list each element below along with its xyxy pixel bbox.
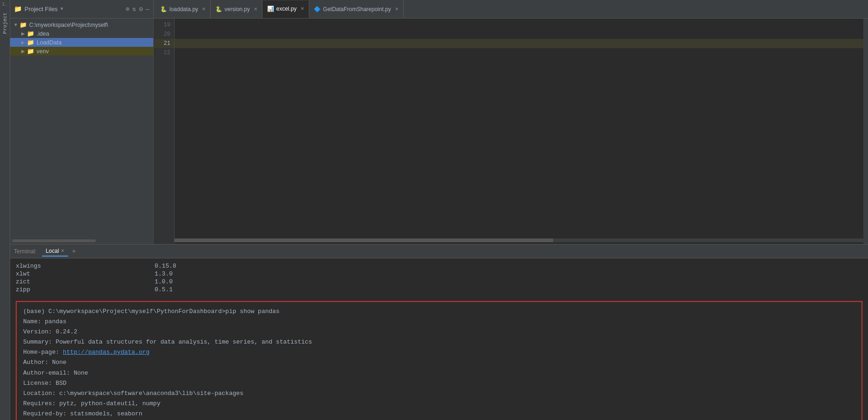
close-terminal-tab[interactable]: ✕ <box>61 248 64 253</box>
package-table: xlwings 0.15.8 xlwt 1.3.0 zict 1.0.0 zip… <box>16 262 862 294</box>
pip-license: License: BSD <box>23 378 855 389</box>
pkg-row-zipp: zipp 0.5.1 <box>16 286 862 294</box>
code-line-20 <box>175 30 868 39</box>
arrow-idea: ▶ <box>19 31 27 36</box>
top-bar: 📁 Project Files ▼ ⊕ ⇅ ⚙ — 🐍 loaddata.py … <box>10 0 868 19</box>
arrow-loaddata: ▶ <box>19 40 27 45</box>
tab-label-3: excel.py <box>276 6 297 12</box>
minimize-icon[interactable]: — <box>146 6 150 13</box>
terminal-label: Terminal: <box>14 248 37 255</box>
project-panel-header: 📁 Project Files ▼ ⊕ ⇅ ⚙ — <box>10 0 154 18</box>
pkg-row-zict: zict 1.0.0 <box>16 278 862 286</box>
loaddata-folder-icon: 📁 <box>27 39 34 46</box>
tabs-bar: 🐍 loaddata.py ✕ 🐍 version.py ✕ 📊 excel.p… <box>154 0 868 18</box>
main-content: 📁 Project Files ▼ ⊕ ⇅ ⚙ — 🐍 loaddata.py … <box>10 0 868 420</box>
bottom-panel: Terminal: Local ✕ + xlwings 0.15.8 xlwt … <box>10 244 868 420</box>
project-tree: ▼ 📁 C:\myworkspace\Project\myself\ ▶ 📁 .… <box>10 19 153 238</box>
pip-location: Location: c:\myworkspace\software\anacon… <box>23 389 855 399</box>
tree-item-venv[interactable]: ▶ 📁 venv <box>10 47 153 56</box>
chevron-icon[interactable]: ▼ <box>61 6 63 12</box>
sharepoint-icon: 🔷 <box>314 6 321 13</box>
pip-homepage-line: Home-page: http://pandas.pydata.org <box>23 347 855 357</box>
tab-sharepoint[interactable]: 🔷 GetDataFromSharepoint.py ✕ <box>309 0 404 18</box>
right-scrollbar[interactable] <box>863 19 868 244</box>
code-line-22 <box>175 48 868 57</box>
pip-required-by: Required-by: statsmodels, seaborn <box>23 409 855 419</box>
terminal-tab-local[interactable]: Local ✕ <box>42 246 69 257</box>
pkg-ver-zict: 1.0.0 <box>155 278 862 286</box>
panel-icons: ⊕ ⇅ ⚙ — <box>125 5 150 13</box>
editor-scrollbar[interactable] <box>175 238 863 242</box>
sidebar-number: 1. <box>2 0 7 9</box>
tab-version[interactable]: 🐍 version.py ✕ <box>211 0 262 18</box>
pip-command: (base) C:\myworkspace\Project\myself\Pyt… <box>23 307 855 317</box>
terminal-tab-local-label: Local <box>46 248 59 254</box>
folder-icon: 📁 <box>14 5 22 13</box>
py-icon: 🐍 <box>160 6 167 13</box>
tab-excel[interactable]: 📊 excel.py ✕ <box>262 0 309 18</box>
sort-icon[interactable]: ⇅ <box>132 5 136 13</box>
loaddata-folder-name: LoadData <box>37 39 62 46</box>
pkg-name-xlwings: xlwings <box>16 262 155 270</box>
venv-folder-name: venv <box>37 48 49 55</box>
settings-icon[interactable]: ⚙ <box>139 5 143 13</box>
sidebar-label[interactable]: Project <box>1 9 9 38</box>
project-files-title: Project Files <box>25 6 58 13</box>
terminal-tabs: Terminal: Local ✕ + <box>10 244 868 258</box>
close-tab-excel[interactable]: ✕ <box>300 6 304 11</box>
pkg-ver-zipp: 0.5.1 <box>155 286 862 294</box>
line-num-21: 21 <box>154 39 174 48</box>
add-terminal-button[interactable]: + <box>72 248 75 255</box>
pkg-name-xlwt: xlwt <box>16 270 155 278</box>
pip-summary: Summary: Powerful data structures for da… <box>23 337 855 347</box>
tree-item-loaddata[interactable]: ▶ 📁 LoadData <box>10 38 153 47</box>
tree-item-root[interactable]: ▼ 📁 C:\myworkspace\Project\myself\ <box>10 20 153 29</box>
content-area: ▼ 📁 C:\myworkspace\Project\myself\ ▶ 📁 .… <box>10 19 868 244</box>
tab-label-2: version.py <box>225 6 250 13</box>
code-line-19 <box>175 20 868 30</box>
line-num-19: 19 <box>154 20 174 30</box>
py-icon-2: 🐍 <box>215 6 222 13</box>
line-numbers: 19 20 21 22 <box>154 19 175 244</box>
tab-loaddata[interactable]: 🐍 loaddata.py ✕ <box>156 0 211 18</box>
pip-name: Name: pandas <box>23 317 855 327</box>
terminal-content[interactable]: xlwings 0.15.8 xlwt 1.3.0 zict 1.0.0 zip… <box>10 258 868 420</box>
pip-requires: Requires: pytz, python-dateutil, numpy <box>23 399 855 409</box>
line-num-22: 22 <box>154 48 174 57</box>
tab-label-4: GetDataFromSharepoint.py <box>323 6 391 13</box>
close-tab-loaddata[interactable]: ✕ <box>202 6 206 12</box>
pkg-row-xlwt: xlwt 1.3.0 <box>16 270 862 278</box>
arrow-venv: ▶ <box>19 49 27 54</box>
idea-folder-name: .idea <box>37 31 49 37</box>
pkg-row-xlwings: xlwings 0.15.8 <box>16 262 862 270</box>
venv-folder-icon: 📁 <box>27 48 34 55</box>
arrow-icon: ▼ <box>12 22 19 27</box>
project-sidebar[interactable]: 1. Project <box>0 0 10 420</box>
tree-item-idea[interactable]: ▶ 📁 .idea <box>10 29 153 38</box>
pip-author-email: Author-email: None <box>23 368 855 378</box>
pip-output-box: (base) C:\myworkspace\Project\myself\Pyt… <box>16 301 862 420</box>
code-line-21 <box>175 39 868 48</box>
excel-icon: 📊 <box>267 6 274 12</box>
pkg-name-zict: zict <box>16 278 155 286</box>
project-panel: ▼ 📁 C:\myworkspace\Project\myself\ ▶ 📁 .… <box>10 19 154 244</box>
close-tab-sharepoint[interactable]: ✕ <box>395 6 399 12</box>
pkg-ver-xlwings: 0.15.8 <box>155 262 862 270</box>
pip-version: Version: 0.24.2 <box>23 327 855 337</box>
pip-homepage-label: Home-page: <box>23 349 63 356</box>
editor-area: 19 20 21 22 <box>154 19 868 244</box>
idea-folder-icon: 📁 <box>27 30 34 37</box>
root-folder-icon: 📁 <box>19 21 27 28</box>
close-tab-version[interactable]: ✕ <box>254 6 257 12</box>
pkg-ver-xlwt: 1.3.0 <box>155 270 862 278</box>
tab-label: loaddata.py <box>169 6 198 13</box>
pkg-name-zipp: zipp <box>16 286 155 294</box>
pip-homepage-url[interactable]: http://pandas.pydata.org <box>63 349 150 356</box>
line-num-20: 20 <box>154 30 174 39</box>
editor-scroll-thumb <box>175 238 553 242</box>
code-area[interactable] <box>175 19 868 244</box>
pip-author: Author: None <box>23 357 855 368</box>
globe-icon[interactable]: ⊕ <box>125 5 129 13</box>
root-folder-name: C:\myworkspace\Project\myself\ <box>29 22 108 28</box>
